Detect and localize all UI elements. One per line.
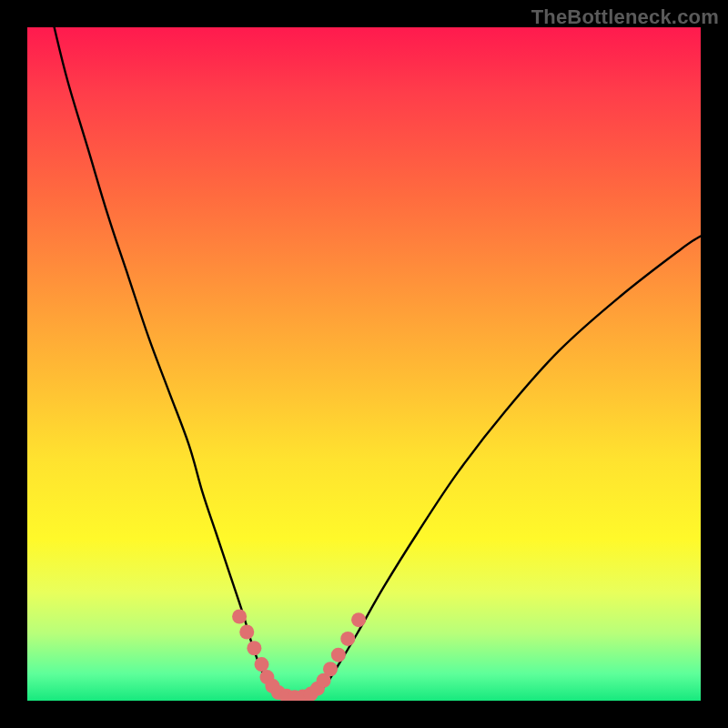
salmon-dots-right <box>331 648 346 662</box>
salmon-dots-bottom <box>271 685 286 700</box>
salmon-dots-bottom <box>310 682 325 696</box>
salmon-dots-left <box>265 679 279 693</box>
salmon-dots-left <box>259 670 274 684</box>
salmon-dots-left <box>247 641 261 655</box>
salmon-dots-left <box>239 625 254 640</box>
bottleneck-curve <box>55 27 701 699</box>
curve-layer <box>27 27 701 701</box>
salmon-dots-left <box>232 610 247 624</box>
salmon-dots-bottom <box>296 690 310 701</box>
salmon-dots-left <box>255 657 269 672</box>
curve-group <box>55 27 701 699</box>
salmon-dots-right <box>323 662 338 676</box>
salmon-dots-bottom <box>288 690 302 701</box>
plot-area <box>27 27 701 701</box>
salmon-dots-bottom <box>279 689 294 701</box>
salmon-dots-right <box>340 632 355 646</box>
salmon-dots-right <box>317 673 331 688</box>
watermark-text: TheBottleneck.com <box>531 5 719 29</box>
marker-group <box>232 610 366 702</box>
chart-frame: TheBottleneck.com <box>0 0 728 728</box>
salmon-dots-bottom <box>304 687 318 701</box>
salmon-dots-right <box>351 612 366 627</box>
